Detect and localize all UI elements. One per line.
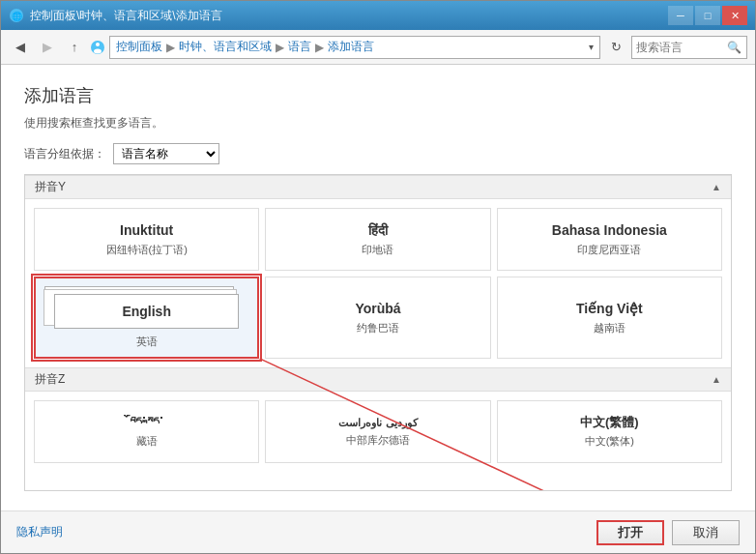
lang-cell-kurdish[interactable]: كوردیی ناوەراست 中部库尔德语 xyxy=(265,400,490,463)
lang-cell-tibetan[interactable]: བོད་སྐད་ 藏语 xyxy=(34,400,259,463)
lang-zh-yoruba: 约鲁巴语 xyxy=(357,321,399,335)
page-desc: 使用搜索框查找更多语言。 xyxy=(24,115,732,131)
lang-cell-chinesetraditional[interactable]: 中文(繁體) 中文(繁体) xyxy=(497,400,722,463)
lang-native-chinesetraditional: 中文(繁體) xyxy=(580,415,639,431)
addressbar: ◀ ▶ ↑ 控制面板 ▶ 时钟、语言和区域 ▶ 语言 ▶ 添加语言 ▾ ↻ 🔍 xyxy=(1,30,755,65)
section-pinyinz[interactable]: 拼音Z ▲ xyxy=(25,367,731,392)
lang-zh-kurdish: 中部库尔德语 xyxy=(346,433,410,448)
search-icon: 🔍 xyxy=(727,41,741,54)
titlebar-left: 🌐 控制面板\时钟、语言和区域\添加语言 xyxy=(9,8,222,24)
path-dropdown[interactable]: ▾ xyxy=(589,42,594,52)
section-pinyiny-chevron: ▲ xyxy=(712,182,721,192)
sort-row: 语言分组依据： 语言名称 xyxy=(24,143,732,164)
up-button[interactable]: ↑ xyxy=(63,36,86,59)
window-icon: 🌐 xyxy=(9,8,24,23)
maximize-button[interactable]: □ xyxy=(695,6,720,25)
bottom-bar: 隐私声明 打开 取消 xyxy=(1,510,755,553)
lang-cell-inuktitut[interactable]: Inuktitut 因纽特语(拉丁语) xyxy=(34,208,259,271)
main-content: 添加语言 使用搜索框查找更多语言。 语言分组依据： 语言名称 拼音Y ▲ Inu… xyxy=(1,65,755,510)
titlebar-title: 控制面板\时钟、语言和区域\添加语言 xyxy=(30,8,222,24)
section-pinyiny[interactable]: 拼音Y ▲ xyxy=(25,175,731,199)
lang-native-inuktitut: Inuktitut xyxy=(120,221,173,239)
bottom-buttons: 打开 取消 xyxy=(596,520,740,545)
lang-zh-tibetan: 藏语 xyxy=(136,434,158,449)
lang-native-hindi: हिंदी xyxy=(368,221,388,239)
language-grid-outer: 拼音Y ▲ Inuktitut 因纽特语(拉丁语) हिंदी 印地语 Baha… xyxy=(24,174,732,491)
close-button[interactable]: ✕ xyxy=(722,6,747,25)
sort-label: 语言分组依据： xyxy=(24,146,105,162)
lang-cell-hindi[interactable]: हिंदी 印地语 xyxy=(265,208,490,271)
section-pinyinz-chevron: ▲ xyxy=(712,374,721,385)
minimize-button[interactable]: ─ xyxy=(668,6,693,25)
lang-native-tibetan: བོད་སྐད་ xyxy=(130,415,164,430)
page-title: 添加语言 xyxy=(24,84,732,107)
back-button[interactable]: ◀ xyxy=(9,36,32,59)
cancel-button[interactable]: 取消 xyxy=(672,520,740,545)
lang-native-vietnamese: Tiếng Việt xyxy=(576,300,643,317)
address-icon xyxy=(90,40,105,55)
titlebar-controls: ─ □ ✕ xyxy=(668,6,747,25)
language-grid-scroll[interactable]: 拼音Y ▲ Inuktitut 因纽特语(拉丁语) हिंदी 印地语 Baha… xyxy=(25,175,731,490)
english-card-stack: English xyxy=(42,286,251,329)
lang-cell-english[interactable]: English 英语 xyxy=(34,277,259,359)
lang-native-kurdish: كوردیی ناوەراست xyxy=(338,416,417,429)
lang-zh-vietnamese: 越南语 xyxy=(594,321,625,335)
lang-native-english: English xyxy=(122,304,171,319)
section-pinyinz-grid: བོད་སྐད་ 藏语 كوردیی ناوەراست 中部库尔德语 中文(繁體… xyxy=(25,392,731,472)
lang-zh-english: 英语 xyxy=(136,335,158,349)
lang-native-yoruba: Yorùbá xyxy=(355,300,400,317)
lang-zh-hindi: 印地语 xyxy=(362,243,393,257)
refresh-button[interactable]: ↻ xyxy=(604,36,627,59)
lang-zh-chinesetraditional: 中文(繁体) xyxy=(585,434,634,449)
search-input[interactable] xyxy=(636,41,723,54)
lang-zh-indonesian: 印度尼西亚语 xyxy=(577,243,641,257)
forward-button[interactable]: ▶ xyxy=(36,36,59,59)
card-front: English xyxy=(54,294,239,329)
sort-select[interactable]: 语言名称 xyxy=(113,143,219,164)
address-path[interactable]: 控制面板 ▶ 时钟、语言和区域 ▶ 语言 ▶ 添加语言 ▾ xyxy=(109,36,600,59)
main-window: 🌐 控制面板\时钟、语言和区域\添加语言 ─ □ ✕ ◀ ▶ ↑ 控制面板 ▶ … xyxy=(0,0,756,554)
section-pinyiny-grid: Inuktitut 因纽特语(拉丁语) हिंदी 印地语 Bahasa Ind… xyxy=(25,199,731,367)
svg-point-3 xyxy=(96,43,100,46)
section-pinyiny-label: 拼音Y xyxy=(35,179,66,195)
svg-point-4 xyxy=(94,48,102,53)
path-clock[interactable]: 时钟、语言和区域 xyxy=(179,39,272,55)
path-language[interactable]: 语言 xyxy=(288,39,311,55)
privacy-link[interactable]: 隐私声明 xyxy=(16,524,63,540)
svg-text:🌐: 🌐 xyxy=(12,11,23,22)
titlebar: 🌐 控制面板\时钟、语言和区域\添加语言 ─ □ ✕ xyxy=(1,1,755,30)
lang-native-indonesian: Bahasa Indonesia xyxy=(552,221,667,239)
lang-cell-indonesian[interactable]: Bahasa Indonesia 印度尼西亚语 xyxy=(497,208,722,271)
lang-zh-inuktitut: 因纽特语(拉丁语) xyxy=(106,243,188,257)
path-controlpanel[interactable]: 控制面板 xyxy=(116,39,162,55)
open-button[interactable]: 打开 xyxy=(596,520,664,545)
lang-cell-yoruba[interactable]: Yorùbá 约鲁巴语 xyxy=(265,277,490,359)
section-pinyinz-label: 拼音Z xyxy=(35,371,65,388)
lang-cell-vietnamese[interactable]: Tiếng Việt 越南语 xyxy=(497,277,722,359)
search-box: 🔍 xyxy=(631,36,747,59)
path-addlanguage[interactable]: 添加语言 xyxy=(328,39,374,55)
